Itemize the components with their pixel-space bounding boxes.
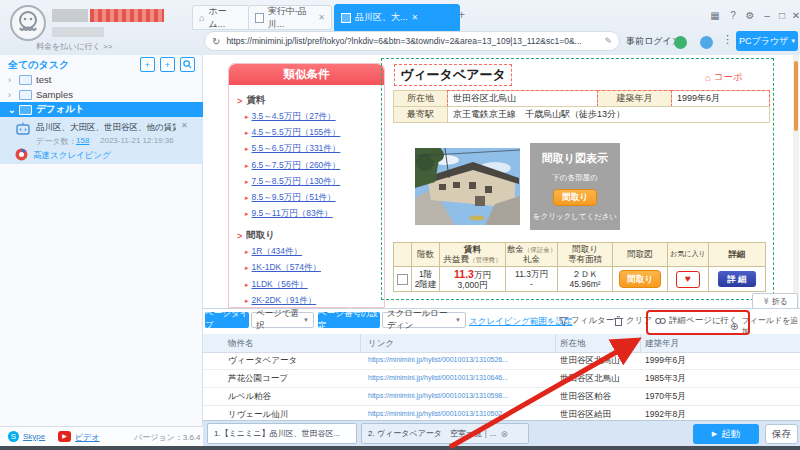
room-layout-cell: ２ＤＫ45.96m² — [557, 266, 613, 292]
cell-link[interactable]: https://minimini.jp/hylist/00010013/1310… — [368, 392, 508, 399]
filter-button[interactable]: フィルター — [559, 315, 614, 327]
tab-close-circle-icon[interactable]: ⊗ — [501, 429, 509, 439]
new-task-icon[interactable]: + — [160, 57, 175, 72]
page-scrollbar[interactable] — [793, 55, 799, 308]
layout-link[interactable]: ▸1LDK（56件） — [245, 279, 384, 291]
rent-link-label[interactable]: 6.5～7.5万円（260件） — [252, 160, 341, 172]
tab-close-icon[interactable]: ✕ — [318, 13, 325, 22]
chevron-right-icon: > — [237, 96, 242, 106]
layout-link[interactable]: ▸1K-1DK（574件） — [245, 262, 384, 274]
video-link[interactable]: ビデオ — [75, 432, 100, 443]
layout-link-label[interactable]: 2K-2DK（91件） — [252, 295, 317, 307]
layout-link-label[interactable]: 1K-1DK（574件） — [252, 262, 321, 274]
rent-link-label[interactable]: 5.5～6.5万円（331件） — [252, 143, 341, 155]
rent-link[interactable]: ▸7.5～8.5万円（130件） — [245, 176, 384, 188]
col-header-link[interactable]: リンク — [368, 338, 394, 350]
tab-running-task[interactable]: 実行中-品川... ✕ — [248, 5, 332, 30]
task-close-icon[interactable]: ✕ — [181, 121, 188, 130]
status-green-icon[interactable] — [674, 36, 687, 49]
maximize-icon[interactable]: □ — [775, 10, 789, 21]
chevron-right-icon[interactable]: › — [8, 75, 15, 85]
octopus-logo-avatar[interactable] — [10, 5, 46, 41]
col-header-built[interactable]: 建築年月 — [645, 338, 679, 350]
tab-active-shinagawa[interactable]: 品川区、大... ✕ — [334, 4, 460, 31]
rent-link[interactable]: ▸3.5～4.5万円（27件） — [245, 111, 384, 123]
cell-built: 1970年5月 — [645, 391, 686, 403]
table-row[interactable]: ルベル粕谷 https://minimini.jp/hylist/0001001… — [203, 388, 800, 406]
rent-link-label[interactable]: 7.5～8.5万円（130件） — [252, 176, 341, 188]
table-row[interactable]: ヴィータベアータ https://minimini.jp/hylist/0001… — [203, 352, 800, 370]
info-built-value[interactable]: 1999年6月 — [671, 90, 770, 107]
layout-link-label[interactable]: 1R（434件） — [252, 246, 303, 258]
col-header-location[interactable]: 所在地 — [560, 338, 586, 350]
chevron-down-icon[interactable]: ⌄ — [8, 105, 15, 115]
sidebar-item-test[interactable]: › test — [0, 72, 203, 87]
redacted-account-sub — [52, 27, 104, 37]
rent-link-label[interactable]: 3.5～4.5万円（27件） — [252, 111, 336, 123]
page-select-dropdown[interactable]: ページで選択 ▼ — [251, 312, 314, 328]
tab-home[interactable]: ⌂ ホーム... — [192, 5, 250, 30]
sidebar-item-default[interactable]: ⌄ デフォルト — [0, 102, 203, 117]
chevron-right-icon[interactable]: › — [8, 90, 15, 100]
favorite-heart-icon[interactable]: ♥ — [676, 271, 700, 288]
save-button[interactable]: 保存 — [765, 424, 798, 444]
rent-link-label[interactable]: 9.5～11万円（83件） — [252, 208, 333, 220]
settings-gear-icon[interactable]: ⚙ — [743, 10, 757, 21]
rent-link[interactable]: ▸6.5～7.5万円（260件） — [245, 160, 384, 172]
cell-link[interactable]: https://minimini.jp/hylist/00010013/1310… — [368, 374, 508, 381]
search-tasks-icon[interactable] — [180, 57, 195, 72]
apps-grid-icon[interactable]: ▦ — [708, 10, 722, 21]
task-card[interactable]: 品川区、大田区、世田谷区、他の賃貸 物... ✕ データ数： 158 2023-… — [0, 117, 203, 164]
run-button[interactable]: ▶ 起動 — [693, 424, 759, 444]
close-window-icon[interactable]: ✕ — [789, 10, 800, 21]
table-row[interactable]: 芦花公園コープ https://minimini.jp/hylist/00010… — [203, 370, 800, 388]
status-blue-icon[interactable] — [700, 36, 713, 49]
skype-link[interactable]: Skype — [23, 432, 45, 441]
floorplan-sample-button[interactable]: 間取り — [553, 189, 597, 206]
room-checkbox[interactable] — [397, 274, 408, 285]
page-type-button[interactable]: ページタイプ — [205, 312, 249, 328]
layout-link-label[interactable]: 1LDK（56件） — [252, 279, 308, 291]
minimize-icon[interactable]: – — [760, 10, 774, 21]
scrollbar-thumb[interactable] — [794, 61, 798, 131]
cell-link[interactable]: https://minimini.jp/hylist/00010013/1310… — [368, 356, 508, 363]
edit-url-icon[interactable]: ✎ — [604, 36, 612, 46]
workflow-tab-2[interactable]: 2. ヴィータベアータ 空室一覧｜... ⊗ — [361, 423, 529, 444]
new-tab-button[interactable]: + — [458, 8, 465, 22]
col-header-name[interactable]: 物件名 — [228, 338, 254, 350]
more-options-icon[interactable]: ⋮ — [722, 33, 733, 46]
sidebar-item-samples[interactable]: › Samples — [0, 87, 203, 102]
info-built-label[interactable]: 建築年月 — [597, 90, 672, 107]
table-row[interactable]: リヴェール仙川 https://minimini.jp/hylist/00010… — [203, 406, 800, 421]
collapse-panel-button[interactable]: ≫ 折る — [752, 293, 798, 308]
rent-link[interactable]: ▸8.5～9.5万円（51件） — [245, 192, 384, 204]
pre-login-button[interactable]: 事前ログイン — [626, 35, 681, 48]
help-icon[interactable]: ? — [726, 10, 740, 21]
layout-link[interactable]: ▸1R（434件） — [245, 246, 384, 258]
rent-link[interactable]: ▸9.5～11万円（83件） — [245, 208, 384, 220]
tab-close-icon[interactable]: ✕ — [412, 13, 419, 22]
new-folder-icon[interactable]: + — [140, 57, 155, 72]
refresh-icon[interactable]: ↻ — [212, 36, 220, 47]
page-number-setting-button[interactable]: ページ番号の設定 — [318, 312, 380, 328]
scroll-loading-dropdown[interactable]: スクロールローディン ▼ — [382, 312, 466, 328]
cell-link[interactable]: https://minimini.jp/hylist/00010013/1310… — [368, 410, 508, 417]
pay-fee-link[interactable]: 料金を払いに行く >> — [36, 41, 112, 52]
set-scraping-range-link[interactable]: スクレイピング範囲を設定 — [469, 316, 573, 328]
floorplan-button[interactable]: 間取り — [619, 270, 661, 288]
detail-button[interactable]: 詳 細 — [718, 271, 756, 287]
data-count-value[interactable]: 158 — [76, 136, 89, 145]
workflow-tab-1[interactable]: 1.【ミニミニ】品川区、世田谷区... — [207, 423, 357, 444]
info-location-value[interactable]: 世田谷区北烏山 — [447, 90, 598, 107]
rent-link[interactable]: ▸5.5～6.5万円（331件） — [245, 143, 384, 155]
pc-browser-button[interactable]: PCブラウザ ▾ — [736, 31, 798, 51]
layout-link[interactable]: ▸2K-2DK（91件） — [245, 295, 384, 307]
rent-link-label[interactable]: 8.5～9.5万円（51件） — [252, 192, 336, 204]
rent-link-label[interactable]: 4.5～5.5万円（155件） — [252, 127, 341, 139]
task-timestamp: 2023-11-21 12:19:36 — [100, 136, 174, 145]
tab-active-label: 品川区、大... — [355, 11, 408, 24]
address-bar[interactable]: ↻ https://minimini.jp/list/pref/tokyo/?l… — [204, 31, 620, 51]
url-text[interactable]: https://minimini.jp/list/pref/tokyo/?lnk… — [226, 36, 598, 46]
property-title[interactable]: ヴィータベアータ — [394, 64, 512, 86]
rent-link[interactable]: ▸4.5～5.5万円（155件） — [245, 127, 384, 139]
